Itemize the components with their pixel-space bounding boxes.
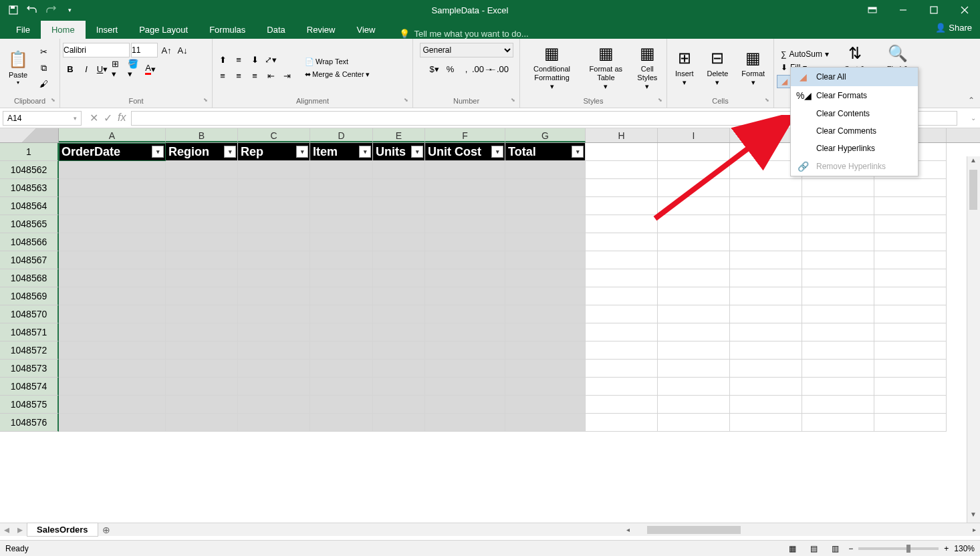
tab-page-layout[interactable]: Page Layout <box>128 21 199 39</box>
cell[interactable] <box>874 341 947 360</box>
cell[interactable] <box>166 161 238 179</box>
cell[interactable] <box>59 233 166 251</box>
cell[interactable] <box>166 323 238 341</box>
cell[interactable] <box>238 378 310 396</box>
cell[interactable] <box>730 360 802 378</box>
cell[interactable] <box>658 197 730 215</box>
sheet-tab-salesorders[interactable]: SalesOrders <box>27 523 98 537</box>
copy-button[interactable]: ⧉ <box>36 61 51 76</box>
cell[interactable]: OrderDate▾ <box>59 143 166 161</box>
cell[interactable] <box>425 378 505 396</box>
cell[interactable] <box>874 378 947 396</box>
font-size-select[interactable] <box>131 43 158 57</box>
cancel-formula-button[interactable]: ✕ <box>90 112 98 124</box>
tab-home[interactable]: Home <box>41 21 86 39</box>
cell[interactable] <box>505 179 586 197</box>
cell[interactable]: Units▾ <box>373 143 425 161</box>
cell[interactable] <box>658 414 730 432</box>
cell[interactable] <box>310 396 373 414</box>
cell[interactable] <box>586 396 658 414</box>
save-button[interactable] <box>5 3 21 17</box>
tell-me-search[interactable]: 💡 Tell me what you want to do... <box>399 29 528 39</box>
cell[interactable] <box>166 179 238 197</box>
row-head[interactable]: 1048576 <box>0 414 59 432</box>
cell[interactable] <box>586 287 658 305</box>
cell[interactable] <box>373 233 425 251</box>
cell[interactable] <box>310 323 373 341</box>
cell[interactable] <box>166 360 238 378</box>
cell[interactable] <box>166 287 238 305</box>
row-head[interactable]: 1048567 <box>0 251 59 269</box>
cell[interactable] <box>802 360 874 378</box>
cell[interactable] <box>586 269 658 287</box>
font-name-select[interactable] <box>63 43 130 57</box>
cell[interactable] <box>505 215 586 233</box>
cell[interactable] <box>658 305 730 323</box>
cell[interactable] <box>658 251 730 269</box>
cell[interactable] <box>586 378 658 396</box>
row-head[interactable]: 1048570 <box>0 305 59 323</box>
format-painter-button[interactable]: 🖌 <box>36 77 51 92</box>
maximize-button[interactable] <box>918 0 949 20</box>
scroll-up-arrow[interactable]: ▲ <box>967 156 979 168</box>
zoom-slider[interactable] <box>858 547 939 550</box>
tab-view[interactable]: View <box>346 21 386 39</box>
filter-button[interactable]: ▾ <box>152 146 164 158</box>
cell[interactable] <box>802 233 874 251</box>
filter-button[interactable]: ▾ <box>296 146 308 158</box>
cell[interactable] <box>310 414 373 432</box>
cell[interactable] <box>373 287 425 305</box>
underline-button[interactable]: U ▾ <box>95 61 110 76</box>
cell[interactable] <box>238 287 310 305</box>
cell[interactable] <box>586 414 658 432</box>
increase-indent-button[interactable]: ⇥ <box>279 69 294 84</box>
align-middle-button[interactable]: ≡ <box>231 53 246 67</box>
cell[interactable] <box>505 360 586 378</box>
cell[interactable]: Region▾ <box>166 143 238 161</box>
cell[interactable] <box>59 414 166 432</box>
cell[interactable] <box>373 323 425 341</box>
autosum-button[interactable]: ∑AutoSum ▾ <box>777 48 833 60</box>
cell[interactable] <box>874 179 947 197</box>
orientation-button[interactable]: ⤢▾ <box>263 53 278 67</box>
cell[interactable] <box>166 215 238 233</box>
cell[interactable] <box>730 233 802 251</box>
paste-button[interactable]: 📋 Paste ▾ <box>3 47 33 89</box>
cell[interactable] <box>505 378 586 396</box>
new-sheet-button[interactable]: ⊕ <box>98 525 114 535</box>
cell[interactable] <box>238 323 310 341</box>
close-button[interactable] <box>949 0 980 20</box>
cell[interactable] <box>586 251 658 269</box>
col-head-A[interactable]: A <box>59 128 166 142</box>
cell[interactable] <box>59 287 166 305</box>
cell[interactable] <box>730 251 802 269</box>
col-head-E[interactable]: E <box>373 128 425 142</box>
cell[interactable] <box>310 305 373 323</box>
cell[interactable] <box>658 360 730 378</box>
clear-all-item[interactable]: ◢ Clear All <box>791 67 918 86</box>
align-left-button[interactable]: ≡ <box>215 69 230 84</box>
cell[interactable] <box>802 215 874 233</box>
cell[interactable] <box>238 251 310 269</box>
cell[interactable]: Item▾ <box>310 143 373 161</box>
cell[interactable] <box>658 378 730 396</box>
tab-file[interactable]: File <box>5 21 41 39</box>
cell[interactable] <box>802 287 874 305</box>
cell[interactable] <box>730 215 802 233</box>
cell[interactable] <box>238 414 310 432</box>
cell[interactable] <box>59 251 166 269</box>
cell[interactable] <box>586 197 658 215</box>
tab-review[interactable]: Review <box>296 21 346 39</box>
borders-button[interactable]: ⊞ ▾ <box>111 61 126 76</box>
cell[interactable] <box>874 197 947 215</box>
cell[interactable] <box>373 179 425 197</box>
cell[interactable] <box>166 396 238 414</box>
cell[interactable] <box>166 378 238 396</box>
filter-button[interactable]: ▾ <box>224 146 236 158</box>
hscroll-track[interactable] <box>634 525 968 535</box>
zoom-out-button[interactable]: − <box>848 544 853 553</box>
name-box[interactable]: A14▾ <box>3 111 82 126</box>
cell[interactable] <box>425 233 505 251</box>
cell[interactable] <box>730 269 802 287</box>
col-head-I[interactable]: I <box>658 128 730 142</box>
